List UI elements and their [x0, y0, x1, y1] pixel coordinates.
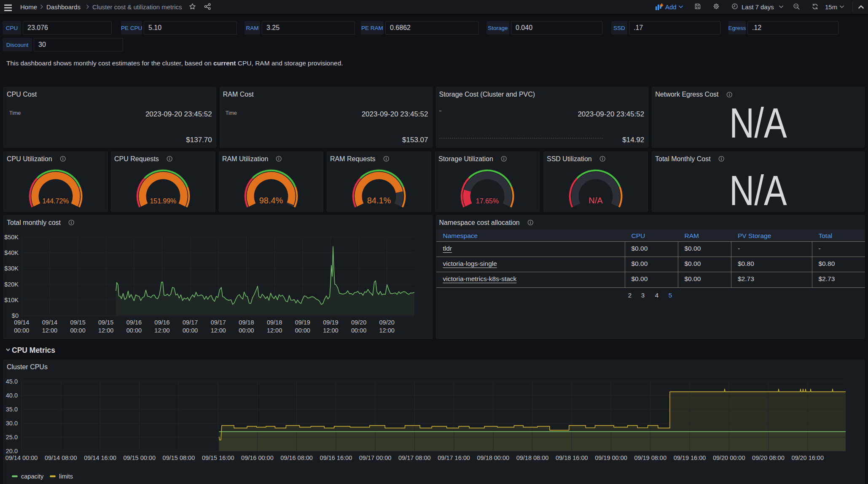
svg-text:09/16 08:00: 09/16 08:00: [280, 454, 313, 461]
svg-text:35.0: 35.0: [6, 406, 18, 413]
svg-text:09/19 08:00: 09/19 08:00: [634, 454, 666, 461]
svg-text:30.0: 30.0: [6, 420, 18, 427]
svg-text:09/19 16:00: 09/19 16:00: [674, 454, 706, 461]
svg-text:09/18 16:00: 09/18 16:00: [556, 454, 588, 461]
svg-text:09/15 00:00: 09/15 00:00: [123, 454, 156, 461]
svg-text:09/20 08:00: 09/20 08:00: [752, 454, 785, 461]
svg-text:09/20 16:00: 09/20 16:00: [791, 454, 824, 461]
svg-text:limits: limits: [59, 473, 73, 480]
svg-text:09/16 00:00: 09/16 00:00: [241, 454, 274, 461]
svg-text:09/15 08:00: 09/15 08:00: [163, 454, 195, 461]
svg-text:09/16 16:00: 09/16 16:00: [320, 454, 352, 461]
svg-text:25.0: 25.0: [6, 434, 18, 441]
svg-text:09/20 00:00: 09/20 00:00: [713, 454, 745, 461]
svg-text:40.0: 40.0: [6, 392, 18, 399]
svg-text:09/17 16:00: 09/17 16:00: [438, 454, 470, 461]
svg-text:09/19 00:00: 09/19 00:00: [595, 454, 627, 461]
svg-text:09/17 00:00: 09/17 00:00: [359, 454, 392, 461]
svg-text:20.0: 20.0: [6, 448, 18, 454]
svg-text:09/15 16:00: 09/15 16:00: [202, 454, 234, 461]
svg-text:45.0: 45.0: [6, 378, 18, 385]
svg-text:09/18 08:00: 09/18 08:00: [516, 454, 549, 461]
svg-text:09/14 16:00: 09/14 16:00: [84, 454, 116, 461]
svg-text:capacity: capacity: [21, 473, 44, 480]
svg-text:09/18 00:00: 09/18 00:00: [477, 454, 509, 461]
svg-text:09/17 08:00: 09/17 08:00: [398, 454, 431, 461]
svg-text:09/14 08:00: 09/14 08:00: [45, 454, 77, 461]
svg-text:09/14 00:00: 09/14 00:00: [5, 454, 38, 461]
